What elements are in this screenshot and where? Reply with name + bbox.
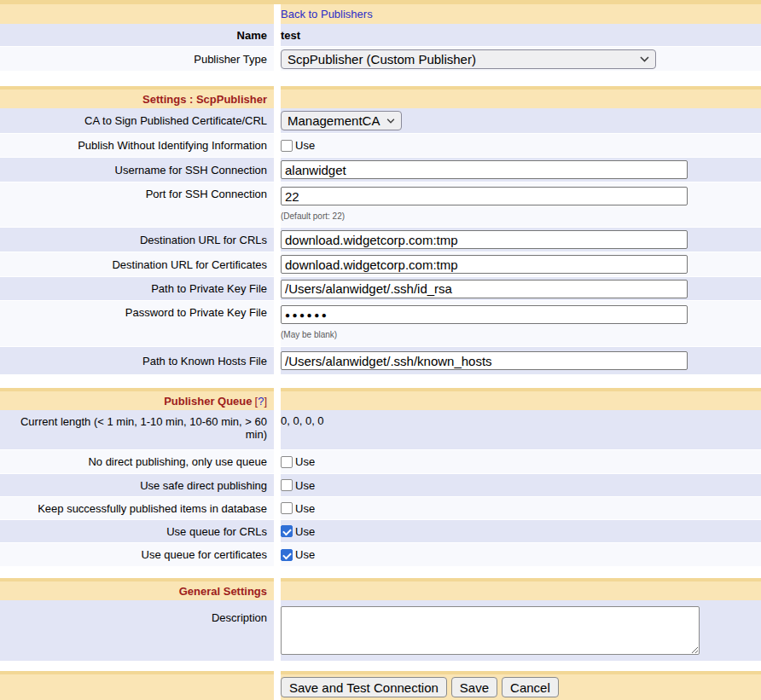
port-label: Port for SSH Connection xyxy=(0,182,274,228)
top-band: Back to Publishers xyxy=(0,4,761,24)
port-row: Port for SSH Connection (Default port: 2… xyxy=(0,182,761,228)
keep-published-row: Keep successfully published items in dat… xyxy=(0,497,761,520)
queue-band: Publisher Queue[?] xyxy=(0,388,761,410)
chevron-down-icon xyxy=(386,119,395,124)
crl-url-input[interactable] xyxy=(281,230,688,249)
no-direct-checkbox-label[interactable]: Use xyxy=(295,455,315,468)
ca-label: CA to Sign Published Certificate/CRL xyxy=(0,108,274,134)
known-hosts-row: Path to Known Hosts File xyxy=(0,347,761,375)
description-label: Description xyxy=(0,600,274,662)
save-and-test-button[interactable]: Save and Test Connection xyxy=(281,677,447,697)
general-header: General Settings xyxy=(179,585,267,598)
keep-published-label: Keep successfully published items in dat… xyxy=(0,497,274,520)
key-path-row: Path to Private Key File xyxy=(0,277,761,301)
ca-selected-value: ManagementCA xyxy=(288,113,380,128)
safe-direct-row: Use safe direct publishing Use xyxy=(0,474,761,497)
section-footer: Save and Test Connection Save Cancel xyxy=(0,671,761,700)
safe-direct-checkbox[interactable] xyxy=(281,479,293,491)
queue-certs-label: Use queue for certificates xyxy=(0,543,274,567)
queue-crls-row: Use queue for CRLs Use xyxy=(0,520,761,543)
section-top: Back to Publishers Name test Publisher T… xyxy=(0,4,761,72)
no-direct-checkbox[interactable] xyxy=(281,456,293,468)
help-bracket-close: ] xyxy=(264,395,267,408)
anonymize-checkbox[interactable] xyxy=(281,140,293,152)
top-band-left xyxy=(0,4,274,24)
name-label: Name xyxy=(0,24,274,47)
queue-certs-checkbox-label[interactable]: Use xyxy=(295,548,315,561)
name-row: Name test xyxy=(0,24,761,47)
section-general: General Settings Description xyxy=(0,578,761,661)
anonymize-checkbox-label[interactable]: Use xyxy=(295,139,315,152)
known-hosts-input[interactable] xyxy=(281,351,688,370)
key-path-input[interactable] xyxy=(281,280,688,298)
ca-select[interactable]: ManagementCA xyxy=(281,111,402,130)
key-password-helper-text: (May be blank) xyxy=(281,330,337,339)
chevron-down-icon xyxy=(640,56,649,62)
queue-crls-checkbox[interactable] xyxy=(281,525,293,537)
no-direct-row: No direct publishing, only use queue Use xyxy=(0,450,761,474)
key-password-input[interactable] xyxy=(281,305,688,324)
publisher-type-select[interactable]: ScpPublisher (Custom Publisher) xyxy=(281,49,656,69)
queue-certs-checkbox[interactable] xyxy=(281,549,293,561)
port-input[interactable] xyxy=(281,187,688,205)
no-direct-label: No direct publishing, only use queue xyxy=(0,450,274,474)
safe-direct-checkbox-label[interactable]: Use xyxy=(295,479,315,492)
username-input[interactable] xyxy=(281,160,688,179)
username-label: Username for SSH Connection xyxy=(0,158,274,182)
description-row: Description xyxy=(0,600,761,661)
key-path-label: Path to Private Key File xyxy=(0,277,274,301)
ca-row: CA to Sign Published Certificate/CRL Man… xyxy=(0,108,761,134)
general-band: General Settings xyxy=(0,578,761,600)
cert-url-label: Destination URL for Certificates xyxy=(0,252,274,277)
cert-url-input[interactable] xyxy=(281,255,688,274)
key-password-row: Password to Private Key File (May be bla… xyxy=(0,301,761,347)
section-queue: Publisher Queue[?] Current length (< 1 m… xyxy=(0,388,761,567)
save-button[interactable]: Save xyxy=(451,677,497,697)
name-value: test xyxy=(281,29,300,42)
keep-published-checkbox-label[interactable]: Use xyxy=(295,502,315,515)
settings-band: Settings : ScpPublisher xyxy=(0,86,761,108)
port-helper-text: (Default port: 22) xyxy=(281,211,345,221)
publisher-type-label: Publisher Type xyxy=(0,47,274,72)
safe-direct-label: Use safe direct publishing xyxy=(0,474,274,497)
publisher-type-selected-value: ScpPublisher (Custom Publisher) xyxy=(288,52,476,67)
settings-header: Settings : ScpPublisher xyxy=(142,93,267,106)
anonymize-row: Publish Without Identifying Information … xyxy=(0,134,761,158)
top-band-right: Back to Publishers xyxy=(281,4,761,24)
queue-certs-row: Use queue for certificates Use xyxy=(0,543,761,567)
description-textarea[interactable] xyxy=(281,606,700,655)
back-to-publishers-link[interactable]: Back to Publishers xyxy=(281,8,373,20)
known-hosts-label: Path to Known Hosts File xyxy=(0,347,274,375)
publisher-type-row: Publisher Type ScpPublisher (Custom Publ… xyxy=(0,47,761,72)
anonymize-label: Publish Without Identifying Information xyxy=(0,134,274,158)
cert-url-row: Destination URL for Certificates xyxy=(0,252,761,277)
footer-band: Save and Test Connection Save Cancel xyxy=(0,671,761,700)
crl-url-row: Destination URL for CRLs xyxy=(0,228,761,252)
username-row: Username for SSH Connection xyxy=(0,158,761,182)
queue-length-label: Current length (< 1 min, 1-10 min, 10-60… xyxy=(0,410,274,450)
section-settings: Settings : ScpPublisher CA to Sign Publi… xyxy=(0,86,761,375)
keep-published-checkbox[interactable] xyxy=(281,502,293,514)
queue-crls-checkbox-label[interactable]: Use xyxy=(295,525,315,538)
queue-length-row: Current length (< 1 min, 1-10 min, 10-60… xyxy=(0,410,761,450)
cancel-button[interactable]: Cancel xyxy=(502,677,559,697)
queue-crls-label: Use queue for CRLs xyxy=(0,520,274,543)
queue-header: Publisher Queue xyxy=(164,395,252,408)
crl-url-label: Destination URL for CRLs xyxy=(0,228,274,252)
queue-length-value: 0, 0, 0, 0 xyxy=(281,414,324,427)
key-password-label: Password to Private Key File xyxy=(0,301,274,347)
